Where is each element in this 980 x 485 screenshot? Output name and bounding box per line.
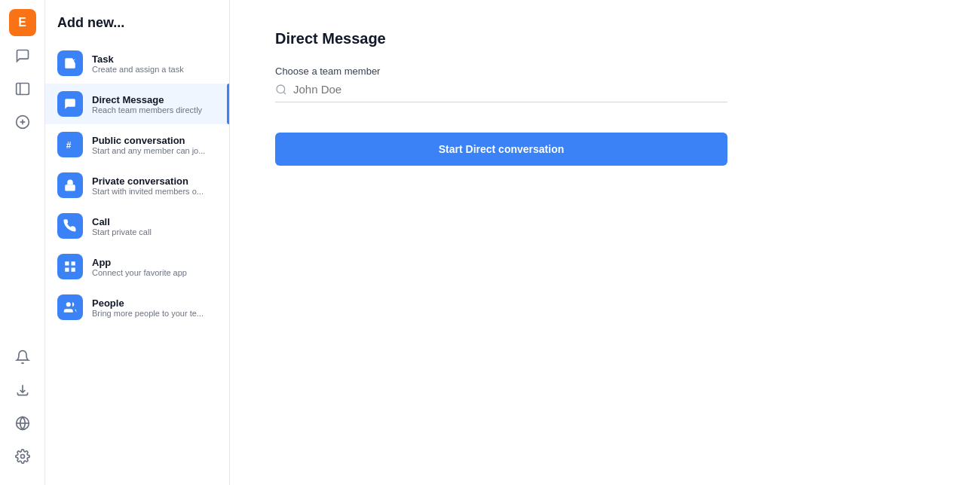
dm-menu-icon xyxy=(57,91,83,117)
people-desc: Bring more people to your te... xyxy=(92,309,204,318)
app-menu-icon xyxy=(57,254,83,279)
task-desc: Create and assign a task xyxy=(92,65,184,74)
dm-label: Direct Message xyxy=(92,94,202,105)
menu-item-task[interactable]: Task Create and assign a task xyxy=(45,43,229,84)
download-icon[interactable] xyxy=(9,377,36,404)
user-avatar[interactable]: E xyxy=(9,9,36,36)
private-menu-text: Private conversation Start with invited … xyxy=(92,175,204,196)
public-desc: Start and any member can jo... xyxy=(92,146,205,155)
app-label: App xyxy=(92,257,187,268)
public-menu-icon: # xyxy=(57,132,83,157)
task-menu-icon xyxy=(57,50,83,76)
sidebar: Add new... Task Create and assign a task… xyxy=(45,0,230,485)
svg-rect-9 xyxy=(65,185,75,191)
svg-point-14 xyxy=(66,302,71,307)
search-input[interactable] xyxy=(293,83,727,96)
add-icon[interactable] xyxy=(9,108,36,136)
menu-item-public[interactable]: # Public conversation Start and any memb… xyxy=(45,124,229,165)
call-desc: Start private call xyxy=(92,227,152,236)
svg-rect-0 xyxy=(16,84,29,95)
dm-menu-text: Direct Message Reach team members direct… xyxy=(92,94,202,114)
people-label: People xyxy=(92,297,204,309)
form-label: Choose a team member xyxy=(275,66,935,77)
menu-item-app[interactable]: App Connect your favorite app xyxy=(45,246,229,287)
people-menu-icon xyxy=(57,294,83,320)
private-menu-icon xyxy=(57,172,83,198)
task-label: Task xyxy=(92,53,184,65)
icon-bar: E xyxy=(0,0,45,485)
private-label: Private conversation xyxy=(92,175,204,187)
sidebar-title: Add new... xyxy=(45,15,229,43)
svg-point-15 xyxy=(277,85,285,93)
app-desc: Connect your favorite app xyxy=(92,268,187,277)
svg-text:#: # xyxy=(66,140,72,151)
svg-rect-13 xyxy=(72,268,75,272)
menu-item-call[interactable]: Call Start private call xyxy=(45,206,229,246)
call-menu-text: Call Start private call xyxy=(92,216,152,236)
call-label: Call xyxy=(92,216,152,227)
svg-rect-12 xyxy=(65,268,69,272)
main-content: Direct Message Choose a team member Star… xyxy=(230,0,980,485)
menu-item-private[interactable]: Private conversation Start with invited … xyxy=(45,165,229,206)
search-icon xyxy=(275,84,287,96)
search-wrapper xyxy=(275,83,727,102)
public-menu-text: Public conversation Start and any member… xyxy=(92,135,205,155)
public-label: Public conversation xyxy=(92,135,205,146)
dm-desc: Reach team members directly xyxy=(92,105,202,114)
svg-line-16 xyxy=(283,92,286,94)
page-title: Direct Message xyxy=(275,30,935,47)
notification-icon[interactable] xyxy=(9,343,36,371)
globe-icon[interactable] xyxy=(9,410,36,437)
chat-icon[interactable] xyxy=(9,42,36,69)
svg-rect-11 xyxy=(72,261,75,265)
start-conversation-button[interactable]: Start Direct conversation xyxy=(275,133,727,166)
menu-item-direct-message[interactable]: Direct Message Reach team members direct… xyxy=(45,84,229,124)
private-desc: Start with invited members o... xyxy=(92,187,204,196)
contacts-icon[interactable] xyxy=(9,75,36,102)
svg-rect-10 xyxy=(65,261,69,265)
call-menu-icon xyxy=(57,213,83,239)
app-menu-text: App Connect your favorite app xyxy=(92,257,187,277)
people-menu-text: People Bring more people to your te... xyxy=(92,297,204,318)
settings-icon[interactable] xyxy=(9,443,36,470)
task-menu-text: Task Create and assign a task xyxy=(92,53,184,74)
menu-item-people[interactable]: People Bring more people to your te... xyxy=(45,287,229,328)
svg-point-7 xyxy=(20,455,24,459)
